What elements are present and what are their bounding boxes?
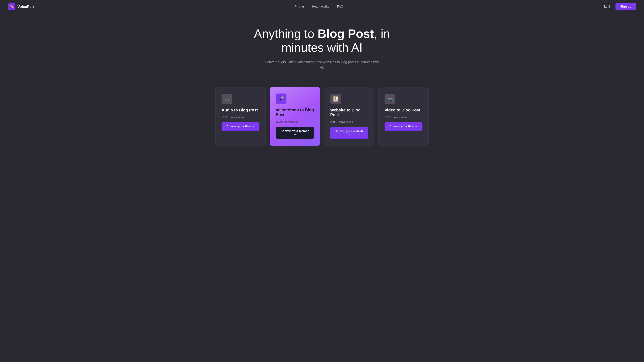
logo-icon: ✏️	[8, 3, 16, 10]
navbar: ✏️ VoicePen Pricing How it works FAQ Log…	[0, 0, 644, 13]
hero-section: Anything to Blog Post, in minutes with A…	[0, 13, 644, 80]
signup-button[interactable]: Sign up	[616, 3, 636, 10]
website-card-conversions: 2500+ conversions	[330, 120, 368, 123]
website-icon: 🪟	[333, 96, 338, 102]
website-card-title: Website to Blog Post	[330, 108, 368, 117]
video-card-title: Video to Blog Post	[384, 108, 422, 112]
nav-link-how-it-works[interactable]: How it works	[312, 5, 329, 8]
voice-memo-card-conversions: 9500+ conversions	[276, 120, 314, 123]
hero-subtitle: Convert audio, video, voice memo and web…	[263, 59, 381, 70]
nav-links: Pricing How it works FAQ	[295, 5, 343, 8]
video-icon-wrapper: 📹	[384, 94, 395, 104]
login-button[interactable]: Login	[604, 5, 612, 8]
nav-actions: Login Sign up	[604, 3, 636, 10]
hero-title-bold: Blog Post	[318, 27, 374, 40]
video-convert-button[interactable]: Convert your files →	[384, 122, 422, 131]
card-video: 📹 Video to Blog Post 3500+ conversions C…	[378, 87, 429, 146]
audio-icon: 🎧	[224, 96, 230, 102]
audio-card-title: Audio to Blog Post	[222, 108, 260, 112]
hero-title: Anything to Blog Post, in minutes with A…	[246, 27, 398, 55]
logo[interactable]: ✏️ VoicePen	[8, 3, 34, 10]
nav-link-pricing[interactable]: Pricing	[295, 5, 304, 8]
voice-memo-icon: 🎤	[278, 96, 284, 102]
website-icon-wrapper: 🪟	[330, 94, 341, 104]
video-card-conversions: 3500+ conversions	[384, 116, 422, 119]
website-convert-button[interactable]: Convert your website →	[330, 127, 368, 139]
card-website: 🪟 Website to Blog Post 2500+ conversions…	[324, 87, 374, 146]
video-icon: 📹	[387, 96, 393, 102]
audio-icon-wrapper: 🎧	[222, 94, 232, 104]
audio-convert-button[interactable]: Convert your files →	[222, 122, 260, 131]
card-voice-memo: 🎤 Voice Memo to Blog Post 9500+ conversi…	[270, 87, 320, 146]
audio-card-conversions: 5500+ conversions	[222, 116, 260, 119]
cards-section: 🎧 Audio to Blog Post 5500+ conversions C…	[0, 80, 644, 159]
card-audio: 🎧 Audio to Blog Post 5500+ conversions C…	[215, 87, 266, 146]
voice-memo-icon-wrapper: 🎤	[276, 93, 286, 104]
voice-memo-card-title: Voice Memo to Blog Post	[276, 108, 314, 117]
voice-memo-convert-button[interactable]: Convert your memos →	[276, 127, 314, 139]
logo-text: VoicePen	[18, 4, 34, 9]
nav-link-faq[interactable]: FAQ	[337, 5, 343, 8]
hero-title-prefix: Anything to	[254, 27, 318, 40]
